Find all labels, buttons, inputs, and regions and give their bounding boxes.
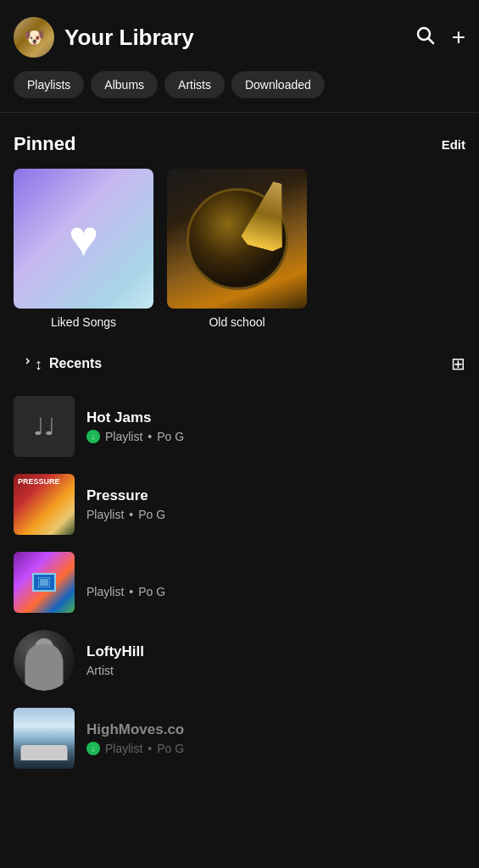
svg-line-1	[428, 39, 433, 44]
header-left: 🐶 Your Library	[14, 17, 194, 58]
list-item-highmoves[interactable]: HighMoves.co ↓ Playlist • Po G	[0, 699, 479, 777]
grid-view-icon[interactable]: ⊞	[451, 353, 465, 374]
divider	[0, 112, 479, 113]
download-arrow-icon: ↓	[92, 432, 96, 441]
list-item-pressure[interactable]: pressure Pressure Playlist • Po G	[0, 465, 479, 543]
hot-jams-info: Hot Jams ↓ Playlist • Po G	[86, 409, 465, 443]
music-note-icon: ♩♩	[33, 413, 55, 441]
pressure-owner: Po G	[138, 508, 165, 521]
playlist3-inner-icon	[32, 573, 56, 592]
playlist3-info: Playlist • Po G	[86, 566, 465, 598]
list-item-hot-jams[interactable]: ♩♩ Hot Jams ↓ Playlist • Po G	[0, 387, 479, 465]
hot-jams-thumbnail: ♩♩	[14, 396, 75, 457]
loftyhill-name: LoftyHill	[86, 643, 465, 660]
playlist3-thumbnail	[14, 552, 75, 613]
pressure-name: Pressure	[86, 487, 465, 504]
list-item-playlist3[interactable]: Playlist • Po G	[0, 543, 479, 621]
heart-icon: ♥	[69, 209, 99, 268]
loftyhill-type: Artist	[86, 664, 114, 677]
car-silhouette	[21, 745, 68, 760]
highmoves-owner: Po G	[157, 742, 184, 755]
highmoves-name: HighMoves.co	[86, 721, 465, 738]
playlist3-sub: Playlist • Po G	[86, 585, 465, 598]
playlist3-dot: •	[129, 585, 133, 598]
pressure-type: Playlist	[86, 508, 124, 521]
tab-downloaded[interactable]: Downloaded	[231, 71, 325, 98]
hot-jams-owner: Po G	[157, 430, 184, 443]
pinned-title: Pinned	[14, 133, 75, 155]
person-body	[25, 644, 64, 691]
highmoves-download-indicator: ↓	[86, 742, 100, 755]
pinned-cards: ♥ Liked Songs Old school	[0, 169, 479, 346]
tab-playlists[interactable]: Playlists	[14, 71, 84, 98]
old-school-cover	[167, 169, 307, 309]
download-indicator: ↓	[86, 430, 100, 443]
hot-jams-name: Hot Jams	[86, 409, 465, 426]
pinned-card-old-school[interactable]: Old school	[167, 169, 307, 329]
page-title: Your Library	[64, 25, 194, 51]
hot-jams-sub: ↓ Playlist • Po G	[86, 430, 465, 443]
header-icons: +	[415, 24, 465, 51]
recents-header: ↕ Recents ⊞	[0, 346, 479, 387]
edit-button[interactable]: Edit	[442, 137, 465, 152]
pinned-card-liked-songs[interactable]: ♥ Liked Songs	[14, 169, 153, 329]
filter-tabs: Playlists Albums Artists Downloaded	[0, 68, 479, 112]
highmoves-info: HighMoves.co ↓ Playlist • Po G	[86, 721, 465, 755]
pressure-info: Pressure Playlist • Po G	[86, 487, 465, 521]
highmoves-thumbnail	[14, 708, 75, 769]
record-visual	[167, 169, 307, 309]
avatar-image: 🐶	[14, 17, 54, 58]
loftyhill-info: LoftyHill Artist	[86, 643, 465, 677]
svg-rect-3	[40, 579, 48, 586]
sort-icon[interactable]: ↕	[14, 353, 42, 374]
search-icon[interactable]	[415, 25, 435, 50]
liked-songs-cover: ♥	[14, 169, 153, 309]
add-icon[interactable]: +	[452, 24, 465, 51]
recents-label: Recents	[49, 356, 102, 371]
recents-left: ↕ Recents	[14, 353, 102, 374]
playlist3-type: Playlist	[86, 585, 124, 598]
hot-jams-dot: •	[148, 430, 152, 443]
highmoves-sub: ↓ Playlist • Po G	[86, 742, 465, 755]
header: 🐶 Your Library +	[0, 0, 479, 68]
avatar[interactable]: 🐶	[14, 17, 54, 58]
list-item-loftyhill[interactable]: LoftyHill Artist	[0, 621, 479, 699]
highmoves-type: Playlist	[105, 742, 142, 755]
liked-songs-label: Liked Songs	[51, 315, 116, 329]
pressure-cover-text: pressure	[18, 478, 60, 487]
loftyhill-thumbnail	[14, 630, 75, 691]
highmoves-dot: •	[148, 742, 152, 755]
pressure-dot: •	[129, 508, 133, 521]
playlist3-name	[86, 566, 465, 581]
old-school-label: Old school	[209, 315, 265, 329]
playlist3-owner: Po G	[138, 585, 165, 598]
pressure-sub: Playlist • Po G	[86, 508, 465, 521]
pinned-section-header: Pinned Edit	[0, 126, 479, 169]
pressure-thumbnail: pressure	[14, 474, 75, 535]
tab-albums[interactable]: Albums	[91, 71, 158, 98]
highmoves-download-arrow-icon: ↓	[92, 744, 96, 753]
loftyhill-sub: Artist	[86, 664, 465, 677]
hot-jams-type: Playlist	[105, 430, 142, 443]
tab-artists[interactable]: Artists	[164, 71, 225, 98]
